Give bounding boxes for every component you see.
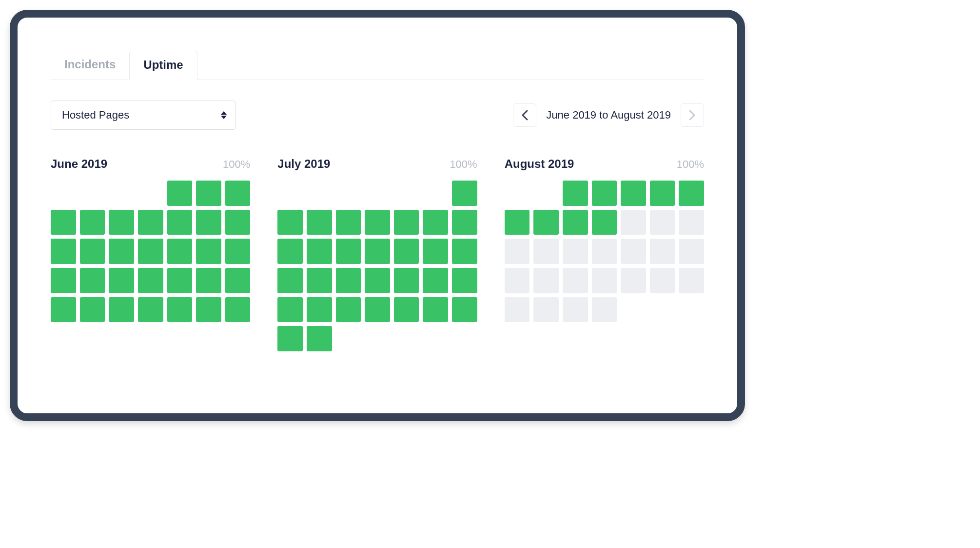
calendar-day[interactable]	[51, 297, 76, 323]
calendar-day[interactable]	[592, 239, 617, 264]
calendar-day[interactable]	[167, 268, 193, 293]
calendar-day[interactable]	[394, 297, 419, 323]
tab-uptime[interactable]: Uptime	[129, 51, 197, 80]
calendar-day[interactable]	[196, 210, 221, 235]
calendar-day[interactable]	[650, 268, 675, 293]
calendar-day[interactable]	[80, 210, 105, 235]
service-select[interactable]: Hosted Pages	[51, 101, 236, 130]
calendar-day[interactable]	[423, 239, 448, 264]
calendar-day[interactable]	[505, 297, 530, 323]
tab-incidents[interactable]: Incidents	[51, 51, 129, 80]
calendar-day[interactable]	[563, 268, 588, 293]
calendar-day[interactable]	[621, 239, 646, 264]
calendar-day[interactable]	[138, 297, 163, 323]
calendar-day[interactable]	[225, 181, 251, 206]
calendar-day[interactable]	[533, 297, 559, 323]
calendar-day[interactable]	[452, 268, 477, 293]
calendar-day[interactable]	[452, 297, 477, 323]
calendar-day[interactable]	[167, 239, 193, 264]
calendar-day-empty	[109, 181, 134, 206]
calendar-day[interactable]	[336, 239, 361, 264]
calendar-day[interactable]	[109, 297, 134, 323]
calendar-day[interactable]	[650, 181, 675, 206]
calendar-day[interactable]	[225, 210, 251, 235]
calendar-day[interactable]	[365, 297, 390, 323]
calendar-day[interactable]	[277, 297, 303, 323]
calendar-day[interactable]	[423, 268, 448, 293]
calendar-day[interactable]	[307, 297, 332, 323]
calendar-day[interactable]	[80, 268, 105, 293]
calendar-day[interactable]	[167, 210, 193, 235]
calendar-day[interactable]	[592, 181, 617, 206]
calendar-day[interactable]	[533, 239, 559, 264]
calendar-day[interactable]	[679, 210, 704, 235]
calendar-day[interactable]	[138, 210, 163, 235]
calendar-day[interactable]	[225, 239, 251, 264]
prev-button[interactable]	[513, 103, 536, 127]
calendar-day[interactable]	[621, 181, 646, 206]
calendar-day[interactable]	[51, 239, 76, 264]
calendar-day[interactable]	[679, 239, 704, 264]
next-button[interactable]	[681, 103, 704, 127]
calendar-day[interactable]	[80, 239, 105, 264]
calendar-day[interactable]	[452, 181, 477, 206]
calendar-day[interactable]	[109, 268, 134, 293]
calendar-day[interactable]	[650, 210, 675, 235]
calendar-day[interactable]	[365, 268, 390, 293]
calendar-day[interactable]	[365, 239, 390, 264]
calendar-day[interactable]	[679, 268, 704, 293]
calendar-day[interactable]	[592, 210, 617, 235]
calendar-day[interactable]	[109, 210, 134, 235]
calendar-day[interactable]	[423, 297, 448, 323]
calendar-day[interactable]	[336, 268, 361, 293]
calendar-day[interactable]	[336, 297, 361, 323]
calendar-day[interactable]	[277, 210, 303, 235]
calendar-day[interactable]	[563, 181, 588, 206]
calendar-day[interactable]	[621, 268, 646, 293]
calendar-day[interactable]	[225, 268, 251, 293]
calendar-day[interactable]	[277, 268, 303, 293]
calendar-day[interactable]	[452, 239, 477, 264]
calendar-day[interactable]	[533, 268, 559, 293]
calendar-day[interactable]	[138, 268, 163, 293]
calendar-day[interactable]	[505, 239, 530, 264]
calendar-day[interactable]	[563, 239, 588, 264]
calendar-day[interactable]	[505, 210, 530, 235]
calendar-day[interactable]	[533, 210, 559, 235]
calendar-day-empty	[394, 181, 419, 206]
calendar-day[interactable]	[51, 268, 76, 293]
calendar-day[interactable]	[196, 181, 221, 206]
calendar-day[interactable]	[167, 181, 193, 206]
calendar-day[interactable]	[307, 239, 332, 264]
calendar-day[interactable]	[621, 210, 646, 235]
calendar-day[interactable]	[563, 297, 588, 323]
calendar-day[interactable]	[452, 210, 477, 235]
calendar-day[interactable]	[423, 210, 448, 235]
calendar-day[interactable]	[336, 210, 361, 235]
calendar-day[interactable]	[167, 297, 193, 323]
calendar-day[interactable]	[225, 297, 251, 323]
calendar-day[interactable]	[394, 239, 419, 264]
calendar-day[interactable]	[679, 181, 704, 206]
calendar-day[interactable]	[592, 297, 617, 323]
calendar-day[interactable]	[307, 268, 332, 293]
calendar-day[interactable]	[109, 239, 134, 264]
calendar-day[interactable]	[307, 326, 332, 351]
calendar-day[interactable]	[51, 210, 76, 235]
calendar-day[interactable]	[80, 297, 105, 323]
calendar-day[interactable]	[505, 268, 530, 293]
calendar-day[interactable]	[307, 210, 332, 235]
calendar-day[interactable]	[277, 326, 303, 351]
calendar-day[interactable]	[196, 239, 221, 264]
calendar-day[interactable]	[394, 210, 419, 235]
calendar-day[interactable]	[650, 239, 675, 264]
calendar-day[interactable]	[196, 268, 221, 293]
calendar-day[interactable]	[394, 268, 419, 293]
calendar-day[interactable]	[563, 210, 588, 235]
calendar-day[interactable]	[592, 268, 617, 293]
calendar-day[interactable]	[277, 239, 303, 264]
months-row: June 2019 100% July 2019 100% August 201…	[51, 157, 704, 351]
calendar-day[interactable]	[138, 239, 163, 264]
calendar-day[interactable]	[196, 297, 221, 323]
calendar-day[interactable]	[365, 210, 390, 235]
